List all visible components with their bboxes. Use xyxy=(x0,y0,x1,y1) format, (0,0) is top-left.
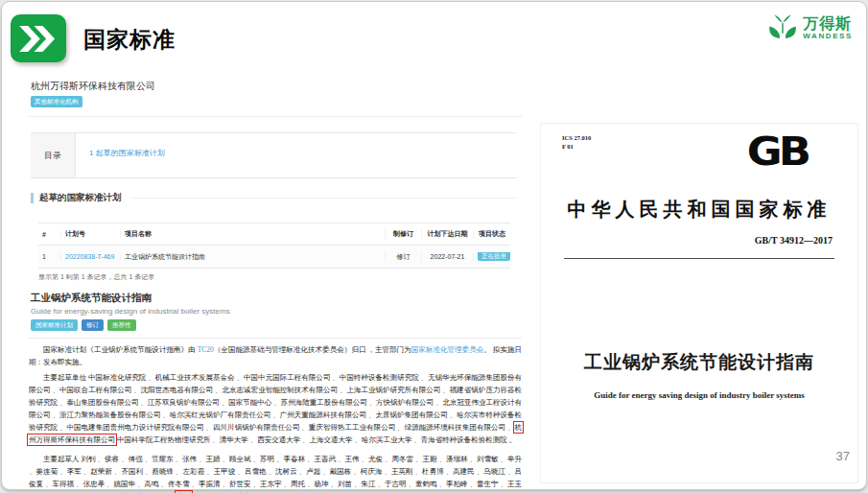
logo-name: 万得斯 xyxy=(803,15,853,32)
paragraph-overview: 国家标准计划《工业锅炉系统节能设计指南》由 TC20（全国能源基础与管理标准化技… xyxy=(29,343,522,368)
toc-box: 目录 1 起草的国家标准计划 xyxy=(31,132,516,178)
cover-standard-subtitle-en: Guide for energy saving design of indust… xyxy=(541,390,857,400)
cell-status: 正在批准 xyxy=(474,252,510,261)
col-header-name: 项目名称 xyxy=(121,229,386,239)
tag-recommended: 推荐性 xyxy=(107,319,136,331)
wandess-logo: 万得斯 WANDESS xyxy=(767,12,853,43)
section-accent-bar xyxy=(31,193,34,203)
table-row: 1 20220838-T-469 工业锅炉系统节能设计指南 修订 2022-07… xyxy=(38,246,510,269)
ics-code: ICS 27.010 xyxy=(562,133,591,142)
ics-class: F 01 xyxy=(562,142,591,151)
ics-codes: ICS 27.010 F 01 xyxy=(562,133,591,151)
tag-revision: 修订 xyxy=(82,319,104,331)
divider xyxy=(29,116,522,117)
toc-link[interactable]: 1 起草的国家标准计划 xyxy=(89,149,165,157)
pagination-summary: 显示第 1 到第 1 条记录，总共 1 条记录 xyxy=(38,272,154,282)
paragraph-drafting-units: 主要起草单位 中国标准化研究院 、机械工业技术发展基金会 、中国中元国际工程有限… xyxy=(29,371,522,446)
cell-project-name: 工业锅炉系统节能设计指南 xyxy=(121,252,386,262)
slide-page-number: 37 xyxy=(836,449,850,463)
col-header-index: # xyxy=(38,231,61,238)
sac-link[interactable]: 国家标准化管理委员会 xyxy=(411,345,484,354)
text-run: （全国能源基础与管理标准化技术委员会）归口 ，主管部门为 xyxy=(214,345,411,354)
col-header-status: 项目状态 xyxy=(474,229,510,239)
tc20-link[interactable]: TC20 xyxy=(198,345,214,354)
divider xyxy=(29,338,522,339)
cover-standard-title: 工业锅炉系统节能设计指南 xyxy=(541,350,857,375)
wandess-logo-text: 万得斯 WANDESS xyxy=(803,15,853,40)
text-run: 主要起草人 刘钊 、侯睿 、傅强 、笪耀东 、张伟 、王婧 、顾全斌 、苏明 、… xyxy=(29,455,522,493)
company-type-badge: 其他标准化机构 xyxy=(31,96,82,107)
text-run: 主要起草单位 中国标准化研究院 、机械工业技术发展基金会 、中国中元国际工程有限… xyxy=(29,373,522,432)
text-run: 中国科学院工程热物理研究所 、清华大学 、西安交通大学 、上海交通大学 、哈尔滨… xyxy=(115,435,516,444)
logo-subtitle: WANDESS xyxy=(803,32,853,40)
standard-title: 工业锅炉系统节能设计指南 xyxy=(31,292,152,305)
section-header: 起草的国家标准计划 xyxy=(31,192,516,204)
paragraph-drafters: 主要起草人 刘钊 、侯睿 、傅强 、笪耀东 、张伟 、王婧 、顾全斌 、苏明 、… xyxy=(29,453,522,493)
company-name: 杭州万得斯环保科技有限公司 xyxy=(31,80,155,93)
toc-body: 1 起草的国家标准计划 xyxy=(76,133,516,177)
plans-table: # 计划号 项目名称 制修订 计划下达日期 项目状态 1 20220838-T-… xyxy=(38,223,510,269)
plan-number-link[interactable]: 20220838-T-469 xyxy=(65,253,114,260)
cover-heading: 中华人民共和国国家标准 xyxy=(541,197,857,223)
standard-code: GB/T 34912—2017 xyxy=(755,235,833,246)
section-dotted-rule xyxy=(131,198,517,199)
col-header-plan-no: 计划号 xyxy=(61,229,121,239)
standard-tags: 国家标准计划 修订 推荐性 xyxy=(31,319,136,331)
gb-standard-cover: ICS 27.010 F 01 GB 中华人民共和国国家标准 GB/T 3491… xyxy=(540,123,858,483)
gb-logo: GB xyxy=(747,128,808,175)
toc-label: 目录 xyxy=(31,133,76,177)
status-badge: 正在批准 xyxy=(478,252,510,261)
wandess-logo-icon xyxy=(767,12,798,43)
double-chevron-icon xyxy=(18,26,59,52)
col-header-revision: 制修订 xyxy=(386,229,422,239)
col-header-date: 计划下达日期 xyxy=(422,229,474,239)
cell-revision: 修订 xyxy=(386,252,422,262)
standard-subtitle-en: Guide for energy-saving design of indust… xyxy=(31,307,230,316)
webpage-screenshot: 杭州万得斯环保科技有限公司 其他标准化机构 目录 1 起草的国家标准计划 起草的… xyxy=(29,77,522,487)
cover-rule xyxy=(564,258,834,259)
table-header-row: # 计划号 项目名称 制修订 计划下达日期 项目状态 xyxy=(38,223,510,246)
page-title: 国家标准 xyxy=(83,25,176,55)
cell-index: 1 xyxy=(38,253,61,260)
tag-national-plan: 国家标准计划 xyxy=(31,319,78,331)
cell-plan-no: 20220838-T-469 xyxy=(61,253,121,260)
chevron-badge-icon xyxy=(11,14,66,62)
standard-description: 国家标准计划《工业锅炉系统节能设计指南》由 TC20（全国能源基础与管理标准化技… xyxy=(29,343,522,493)
cell-date: 2022-07-21 xyxy=(422,253,474,260)
slide: 国家标准 万得斯 WANDESS 杭州万得斯环保科技有限公司 其他标准化机构 目… xyxy=(1,1,867,490)
text-run: 国家标准计划《工业锅炉系统节能设计指南》由 xyxy=(43,345,198,354)
section-title: 起草的国家标准计划 xyxy=(39,192,122,204)
